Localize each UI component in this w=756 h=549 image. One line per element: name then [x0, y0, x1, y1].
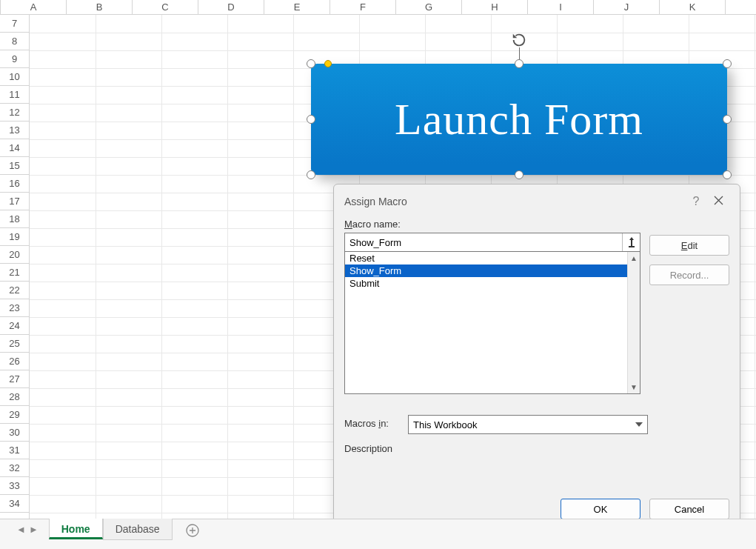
row-header-28[interactable]: 28 — [0, 388, 29, 406]
row-header-34[interactable]: 34 — [0, 495, 29, 513]
row-header-32[interactable]: 32 — [0, 459, 29, 477]
macro-list-scrollbar[interactable]: ▲ ▼ — [627, 252, 640, 393]
close-icon — [714, 196, 723, 205]
row-header-14[interactable]: 14 — [0, 139, 29, 157]
macro-name-label: Macro name: — [344, 219, 640, 230]
column-header-K[interactable]: K — [660, 0, 726, 14]
resize-handle-se[interactable] — [723, 170, 732, 179]
resize-handle-s[interactable] — [515, 170, 523, 179]
row-header-23[interactable]: 23 — [0, 299, 29, 317]
sheet-tab-bar: ◄ ► HomeDatabase — [0, 519, 756, 549]
column-header-B[interactable]: B — [67, 0, 133, 14]
macro-name-input[interactable] — [345, 233, 622, 251]
resize-handle-ne[interactable] — [723, 59, 732, 68]
row-header-24[interactable]: 24 — [0, 317, 29, 335]
row-header-9[interactable]: 9 — [0, 50, 29, 68]
edit-button[interactable]: Edit — [649, 235, 729, 256]
rotate-handle[interactable] — [510, 31, 528, 49]
row-header-31[interactable]: 31 — [0, 442, 29, 459]
macro-goto-button[interactable] — [622, 233, 640, 251]
resize-handle-e[interactable] — [723, 115, 732, 124]
ok-button[interactable]: OK — [561, 499, 640, 519]
cancel-button[interactable]: Cancel — [649, 499, 729, 519]
rotate-icon — [511, 32, 527, 48]
record-button[interactable]: Record... — [649, 264, 729, 285]
macro-item-submit[interactable]: Submit — [345, 277, 627, 290]
tab-nav-prev[interactable]: ◄ — [16, 524, 26, 535]
resize-handle-sw[interactable] — [307, 170, 315, 179]
macro-list[interactable]: ResetShow_FormSubmit — [345, 252, 627, 393]
column-header-I[interactable]: I — [528, 0, 594, 14]
spreadsheet-grid[interactable]: Launch Form Assign Macro ? Macro na — [30, 15, 756, 519]
macros-in-select[interactable]: This Workbook — [408, 415, 648, 434]
sheet-tabs: HomeDatabase — [49, 519, 173, 540]
column-header-G[interactable]: G — [396, 0, 462, 14]
tab-nav-next[interactable]: ► — [29, 524, 39, 535]
row-header-29[interactable]: 29 — [0, 406, 29, 424]
resize-handle-w[interactable] — [307, 115, 315, 124]
dialog-titlebar[interactable]: Assign Macro ? — [334, 184, 740, 219]
column-header-F[interactable]: F — [330, 0, 396, 14]
dialog-title-text: Assign Macro — [344, 196, 407, 207]
column-header-C[interactable]: C — [133, 0, 198, 14]
column-header-H[interactable]: H — [462, 0, 528, 14]
chevron-down-icon — [635, 422, 643, 427]
svg-rect-0 — [629, 246, 635, 247]
column-header-E[interactable]: E — [264, 0, 330, 14]
row-header-25[interactable]: 25 — [0, 335, 29, 353]
row-header-11[interactable]: 11 — [0, 86, 29, 104]
row-header-20[interactable]: 20 — [0, 246, 29, 264]
macros-in-value: This Workbook — [413, 419, 477, 430]
row-header-22[interactable]: 22 — [0, 282, 29, 299]
row-header-26[interactable]: 26 — [0, 353, 29, 370]
macros-in-label: Macros in: — [344, 418, 399, 429]
macro-item-reset[interactable]: Reset — [345, 252, 627, 264]
goto-icon — [627, 237, 636, 247]
assign-macro-dialog: Assign Macro ? Macro name: Re — [333, 184, 740, 530]
row-header-10[interactable]: 10 — [0, 68, 29, 86]
row-header-16[interactable]: 16 — [0, 175, 29, 193]
resize-handle-nw[interactable] — [307, 59, 315, 68]
row-header-33[interactable]: 33 — [0, 477, 29, 495]
launch-form-shape-selection[interactable]: Launch Form — [311, 64, 727, 175]
row-header-17[interactable]: 17 — [0, 193, 29, 210]
column-header-L[interactable]: L — [726, 0, 756, 14]
sheet-tab-database[interactable]: Database — [103, 519, 173, 540]
resize-handle-n[interactable] — [515, 59, 523, 68]
row-header-15[interactable]: 15 — [0, 157, 29, 175]
sheet-tab-home[interactable]: Home — [49, 519, 103, 539]
help-button[interactable]: ? — [685, 195, 707, 208]
column-header-J[interactable]: J — [594, 0, 660, 14]
column-headers: ABCDEFGHIJKL — [0, 0, 756, 15]
shape-label: Launch Form — [395, 94, 643, 145]
row-header-7[interactable]: 7 — [0, 15, 29, 33]
row-header-18[interactable]: 18 — [0, 210, 29, 228]
row-header-21[interactable]: 21 — [0, 264, 29, 282]
launch-form-shape[interactable]: Launch Form — [311, 64, 727, 175]
row-header-30[interactable]: 30 — [0, 424, 29, 442]
adjustment-handle[interactable] — [324, 60, 332, 67]
scroll-down-icon[interactable]: ▼ — [630, 381, 638, 393]
description-label: Description — [344, 443, 729, 454]
row-header-12[interactable]: 12 — [0, 104, 29, 122]
macro-item-show_form[interactable]: Show_Form — [345, 264, 627, 277]
close-button[interactable] — [707, 195, 729, 208]
column-header-A[interactable]: A — [1, 0, 67, 14]
row-header-19[interactable]: 19 — [0, 228, 29, 246]
plus-circle-icon — [186, 524, 199, 537]
row-header-8[interactable]: 8 — [0, 33, 29, 50]
scroll-up-icon[interactable]: ▲ — [630, 252, 638, 264]
row-header-13[interactable]: 13 — [0, 122, 29, 139]
new-sheet-button[interactable] — [181, 521, 204, 540]
column-header-D[interactable]: D — [198, 0, 264, 14]
row-headers: 7891011121314151617181920212223242526272… — [0, 15, 30, 519]
row-header-27[interactable]: 27 — [0, 370, 29, 388]
